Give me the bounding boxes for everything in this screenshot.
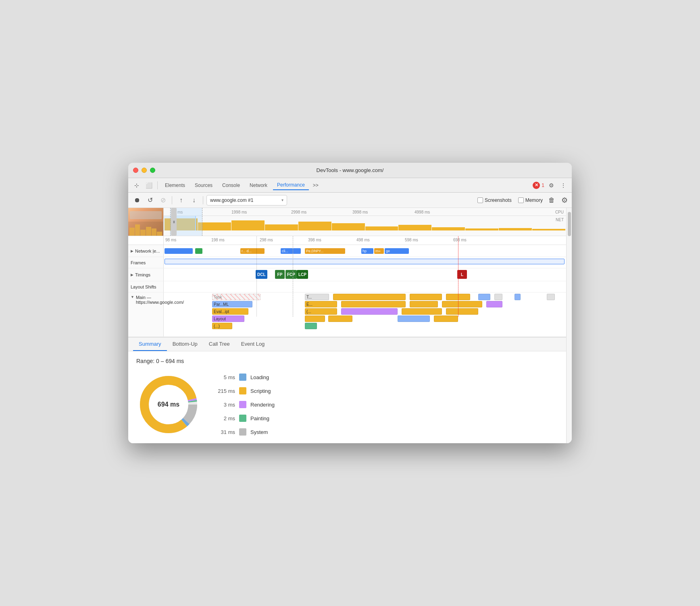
frames-track-name: Frames bbox=[131, 260, 146, 265]
par-ml-block[interactable]: Par...ML bbox=[212, 301, 252, 307]
download-button[interactable]: ↓ bbox=[188, 195, 200, 206]
small-script-block-2[interactable] bbox=[328, 315, 352, 322]
minimize-button[interactable] bbox=[142, 168, 147, 173]
tab-performance[interactable]: Performance bbox=[273, 181, 309, 190]
eval-block-2[interactable]: (... bbox=[305, 308, 337, 315]
painting-name: Painting bbox=[250, 415, 269, 421]
net-event-1[interactable] bbox=[195, 248, 202, 254]
more-options[interactable]: ⋮ bbox=[558, 180, 569, 191]
main-track-label[interactable]: ▼ Main — https://www.google.com/ bbox=[128, 293, 164, 336]
task-block-5[interactable] bbox=[478, 294, 490, 300]
small-block-0[interactable]: (...) bbox=[212, 323, 232, 329]
rendering-color bbox=[239, 401, 246, 408]
timing-l[interactable]: L bbox=[457, 270, 467, 279]
net-event-4[interactable]: Pe,DhPY... bbox=[305, 248, 345, 254]
network-block-2[interactable] bbox=[398, 315, 430, 322]
upload-button[interactable]: ↑ bbox=[175, 195, 187, 206]
net-event-2[interactable]: r... d... bbox=[240, 248, 265, 254]
tab-console[interactable]: Console bbox=[218, 181, 244, 190]
pause-marker: ⏸ bbox=[171, 208, 177, 236]
summary-chart-legend: 694 ms 5 ms Loading 215 ms bbox=[136, 372, 558, 437]
task-block-6[interactable] bbox=[494, 294, 502, 300]
net-event-3[interactable]: cli... bbox=[281, 248, 301, 254]
task-block-4[interactable] bbox=[446, 294, 470, 300]
main-track-content: Task T... Par...ML bbox=[164, 293, 566, 336]
task-block-2[interactable] bbox=[333, 294, 406, 300]
layout-block[interactable]: Layout bbox=[212, 315, 244, 322]
timings-track-name: Timings bbox=[135, 272, 150, 277]
scripting-block-5[interactable] bbox=[446, 308, 478, 315]
settings-gear[interactable]: ⚙ bbox=[546, 180, 556, 191]
trash-button[interactable]: 🗑 bbox=[547, 196, 556, 205]
eval-script-block[interactable]: Eval...ipt bbox=[212, 308, 248, 315]
task-block-8[interactable] bbox=[547, 294, 555, 300]
more-tabs[interactable]: >> bbox=[310, 181, 321, 190]
timing-fcp[interactable]: FCP bbox=[285, 270, 297, 279]
inspect-tool[interactable]: ⊹ bbox=[131, 180, 142, 191]
performance-toolbar: ⏺ ↺ ⊘ ↑ ↓ www.google.com #1 ▾ Screenshot… bbox=[128, 193, 572, 208]
time-mark-0: 98 ms bbox=[165, 238, 176, 242]
tab-call-tree[interactable]: Call Tree bbox=[203, 338, 235, 351]
device-toolbar[interactable]: ⬜ bbox=[144, 180, 154, 191]
net-event-6[interactable]: m= bbox=[374, 248, 384, 254]
tab-event-log[interactable]: Event Log bbox=[235, 338, 271, 351]
task-block-3[interactable] bbox=[410, 294, 442, 300]
render-block-2[interactable] bbox=[341, 308, 398, 315]
main-expand-arrow: ▼ bbox=[131, 295, 134, 299]
url-dropdown-arrow[interactable]: ▾ bbox=[281, 198, 283, 202]
timing-fp[interactable]: FP bbox=[275, 270, 285, 279]
timings-track-content: DCL FP FCP LCP L bbox=[164, 268, 566, 281]
tab-bottom-up[interactable]: Bottom-Up bbox=[167, 338, 203, 351]
tracks-container: ▶ Network |e... r... d... cli... Pe,DhPY… bbox=[128, 245, 566, 337]
task-block-7[interactable] bbox=[515, 294, 521, 300]
tab-summary[interactable]: Summary bbox=[133, 338, 167, 351]
summary-area: Range: 0 – 694 ms bbox=[128, 351, 566, 443]
scrollbar-thumb[interactable] bbox=[568, 212, 571, 236]
timing-lcp[interactable]: LCP bbox=[297, 270, 308, 279]
frames-track-label[interactable]: Frames bbox=[128, 257, 164, 268]
flame-row-4: (...) bbox=[164, 322, 566, 330]
screenshots-checkbox[interactable] bbox=[477, 197, 483, 203]
render-block-1[interactable] bbox=[486, 301, 502, 307]
tab-elements[interactable]: Elements bbox=[161, 181, 189, 190]
time-axis-left bbox=[128, 236, 164, 245]
timing-dcl[interactable]: DCL bbox=[256, 270, 267, 279]
clear-button[interactable]: ⊘ bbox=[157, 195, 169, 206]
scripting-block-1[interactable] bbox=[341, 301, 406, 307]
layout-shifts-label[interactable]: Layout Shifts bbox=[128, 281, 164, 292]
close-button[interactable] bbox=[133, 168, 138, 173]
net-event-5[interactable]: hp bbox=[361, 248, 373, 254]
paint-block[interactable] bbox=[305, 323, 317, 329]
tab-network[interactable]: Network bbox=[246, 181, 271, 190]
settings-button[interactable]: ⚙ bbox=[560, 195, 569, 205]
task-block-1[interactable]: T... bbox=[305, 294, 329, 300]
url-text: www.google.com #1 bbox=[210, 197, 281, 203]
tab-sources[interactable]: Sources bbox=[191, 181, 217, 190]
network-track-label[interactable]: ▶ Network |e... bbox=[128, 245, 164, 257]
network-expand-arrow: ▶ bbox=[131, 249, 133, 253]
maximize-button[interactable] bbox=[150, 168, 155, 173]
url-bar[interactable]: www.google.com #1 ▾ bbox=[206, 195, 287, 205]
memory-checkbox[interactable] bbox=[518, 197, 524, 203]
small-script-block[interactable] bbox=[305, 315, 325, 322]
painting-color bbox=[239, 415, 246, 422]
legend-painting: 2 ms Painting bbox=[217, 415, 275, 422]
right-scrollbar[interactable] bbox=[566, 208, 572, 443]
record-button[interactable]: ⏺ bbox=[131, 195, 143, 206]
script-block-6[interactable] bbox=[434, 315, 458, 322]
scripting-block-3[interactable] bbox=[442, 301, 482, 307]
scripting-block-2[interactable] bbox=[410, 301, 438, 307]
screenshots-control: Screenshots bbox=[477, 197, 512, 203]
net-event-0[interactable] bbox=[165, 248, 193, 254]
task-block-0[interactable]: Task bbox=[212, 294, 260, 300]
timings-track-label[interactable]: ▶ Timings bbox=[128, 268, 164, 281]
flame-row-3: Layout bbox=[164, 315, 566, 322]
net-event-7[interactable]: ge bbox=[385, 248, 409, 254]
cpu-area: NET bbox=[164, 216, 566, 230]
reload-button[interactable]: ↺ bbox=[144, 195, 156, 206]
e-block[interactable]: E... bbox=[305, 301, 337, 307]
scripting-block-4[interactable] bbox=[402, 308, 442, 315]
frames-track-content bbox=[164, 257, 566, 268]
cpu-label: CPU bbox=[555, 210, 564, 214]
timeline-overview[interactable]: 98 ms 1998 ms 2998 ms 3998 ms 4998 ms CP… bbox=[128, 208, 566, 236]
